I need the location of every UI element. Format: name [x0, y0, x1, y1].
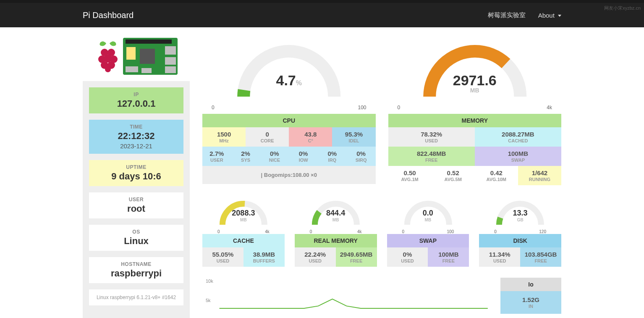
nav-about-label: About — [538, 12, 555, 19]
nav-about-dropdown[interactable]: About — [538, 12, 561, 19]
realmem-gauge-value: 844.4 — [295, 209, 377, 218]
io-in: 1.52GIN — [500, 291, 561, 314]
memory-gauge-max: 4k — [547, 105, 552, 110]
time-label: TIME — [92, 124, 180, 130]
memory-panel: MEMORY 78.32%USED 2088.27MBCACHED 822.48… — [388, 114, 562, 185]
io-panel: Io 1.52GIN — [500, 278, 561, 314]
user-label: USER — [92, 197, 180, 202]
disk-section: 13.3GB 0120 DISK 11.34%USED 103.854GBFRE… — [479, 197, 561, 267]
sidebar-panel: IP 127.0.0.1 TIME 22:12:32 2023-12-21 UP… — [83, 81, 190, 318]
memory-gauge-value: 2971.6 — [388, 72, 562, 89]
swap-section: 0.0MB 0100 SWAP 0%USED 100MBFREE — [387, 197, 469, 267]
cache-used: 55.05%USED — [202, 247, 243, 267]
disk-header: DISK — [479, 234, 561, 247]
svg-rect-15 — [141, 68, 152, 73]
net-chart-svg — [202, 278, 492, 311]
os-label: OS — [92, 229, 180, 235]
ip-card: IP 127.0.0.1 — [89, 87, 183, 113]
svg-rect-16 — [126, 47, 136, 60]
ip-label: IP — [92, 92, 180, 97]
svg-rect-10 — [140, 49, 155, 64]
disk-free: 103.854GBFREE — [520, 247, 561, 267]
memory-gauge-unit: MB — [388, 87, 562, 94]
avg-5m: 0.52AVG.5M — [432, 166, 475, 185]
cpu-gauge-max: 100 — [358, 105, 366, 110]
cpu-iow: 0%IOW — [289, 147, 318, 166]
user-value: root — [92, 203, 180, 214]
mem-cached: 2088.27MBCACHED — [475, 127, 561, 147]
realmem-header: REAL MEMORY — [295, 234, 377, 247]
time-card: TIME 22:12:32 2023-12-21 — [89, 120, 183, 154]
brand-title[interactable]: Pi Dashboard — [83, 11, 134, 20]
swap-header: SWAP — [387, 234, 469, 247]
navbar: Pi Dashboard 树莓派实验室 About — [0, 3, 644, 27]
cpu-gauge: 4.7% 0 100 — [202, 38, 376, 110]
hostname-label: HOSTNAME — [92, 261, 180, 267]
hostname-value: raspberrypi — [92, 268, 180, 279]
ip-value: 127.0.0.1 — [92, 98, 180, 109]
cpu-gauge-min: 0 — [212, 105, 215, 110]
cpu-sys: 2%SYS — [231, 147, 260, 166]
date-value: 2023-12-21 — [92, 142, 180, 150]
cpu-core: 0CORE — [246, 127, 289, 147]
avg-10m: 0.42AVG.10M — [475, 166, 518, 185]
swap-used: 0%USED — [387, 247, 428, 267]
user-card: USER root — [89, 192, 183, 218]
cpu-header: CPU — [202, 114, 376, 127]
cpu-mhz: 1500MHz — [202, 127, 246, 147]
uptime-label: UPTIME — [92, 164, 180, 170]
cpu-panel: CPU 1500MHz 0CORE 43.8C° 95.3%IDEL 2.7%U… — [202, 114, 376, 185]
cpu-nice: 0%NICE — [260, 147, 289, 166]
chart-ytick-5k: 5k — [206, 298, 211, 303]
mem-used: 78.32%USED — [388, 127, 475, 147]
avg-1m: 0.50AVG.1M — [388, 166, 432, 185]
svg-rect-12 — [165, 57, 176, 65]
cpu-gauge-svg — [202, 38, 376, 105]
cpu-sirq: 0%SIRQ — [347, 147, 376, 166]
watermark-text: 网友小宋xyzbz.cn — [604, 5, 641, 11]
cache-header: CACHE — [202, 234, 285, 247]
cache-gauge-value: 2088.3 — [202, 209, 285, 218]
swap-gauge-value: 0.0 — [387, 209, 469, 218]
mem-free: 822.48MBFREE — [388, 147, 475, 166]
cpu-gauge-value: 4.7 — [276, 72, 296, 88]
kernel-card: Linux raspberrypi 6.1.21-v8+ #1642 — [89, 289, 183, 305]
cpu-temp: 43.8C° — [289, 127, 332, 147]
chevron-down-icon — [558, 15, 561, 17]
realmem-free: 2949.65MBFREE — [336, 247, 377, 267]
svg-rect-14 — [126, 66, 138, 72]
chart-ytick-10k: 10k — [206, 279, 213, 284]
logo-row — [83, 38, 190, 75]
svg-point-7 — [105, 66, 111, 72]
os-value: Linux — [92, 236, 180, 247]
cpu-irq: 0%IRQ — [318, 147, 347, 166]
uptime-card: UPTIME 9 days 10:6 — [89, 160, 183, 186]
realmem-section: 844.4MB 04k REAL MEMORY 22.24%USED 2949.… — [295, 197, 377, 267]
mem-swap: 100MBSWAP — [475, 147, 561, 166]
nav-lab-link[interactable]: 树莓派实验室 — [488, 11, 526, 19]
uptime-value: 9 days 10:6 — [92, 171, 180, 182]
os-card: OS Linux — [89, 225, 183, 251]
svg-rect-13 — [165, 66, 176, 73]
realmem-used: 22.24%USED — [295, 247, 336, 267]
memory-header: MEMORY — [388, 114, 562, 127]
io-header: Io — [500, 278, 561, 291]
cpu-user: 2.7%USER — [202, 147, 231, 166]
raspberry-pi-icon — [95, 39, 120, 74]
swap-free: 100MBFREE — [428, 247, 469, 267]
disk-gauge-value: 13.3 — [479, 209, 561, 218]
running: 1/642RUNNING — [518, 166, 561, 185]
cache-section: 2088.3MB 04k CACHE 55.05%USED 38.9MBBUFF… — [202, 197, 285, 267]
disk-used: 11.34%USED — [479, 247, 520, 267]
hostname-card: HOSTNAME raspberrypi — [89, 257, 183, 283]
cpu-gauge-unit: % — [296, 79, 302, 87]
cpu-bogomips: | Bogomips:108.00 ×0 — [202, 166, 376, 184]
cpu-idle: 95.3%IDEL — [332, 127, 375, 147]
time-value: 22:12:32 — [92, 131, 180, 142]
memory-gauge-svg — [388, 38, 562, 105]
memory-gauge-min: 0 — [398, 105, 401, 110]
cache-buffers: 38.9MBBUFFERS — [243, 247, 285, 267]
svg-rect-11 — [165, 46, 176, 55]
svg-rect-9 — [126, 39, 172, 44]
memory-gauge: 2971.6 MB 0 4k — [388, 38, 562, 110]
